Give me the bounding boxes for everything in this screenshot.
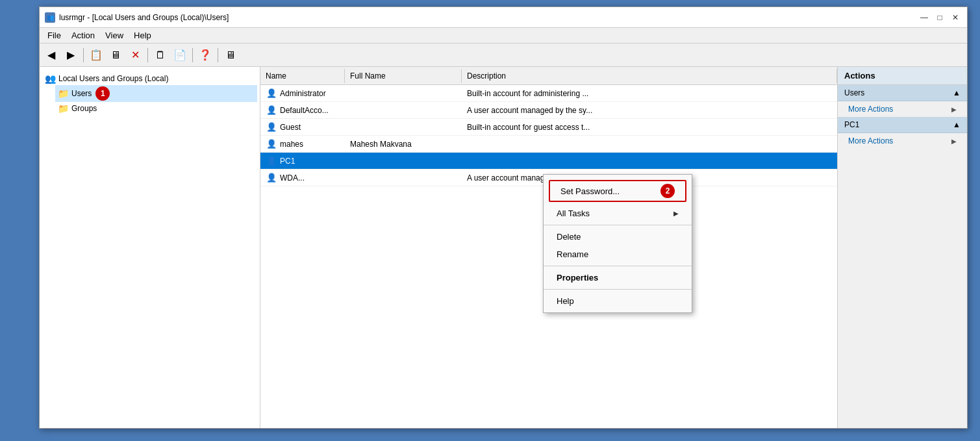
list-item-pc1[interactable]: 👤 PC1	[260, 153, 837, 170]
row-name: Administrator	[280, 89, 326, 98]
row-desc: Built-in account for administering ...	[462, 88, 837, 99]
users-folder-icon: 📁	[58, 88, 69, 99]
col-header-description[interactable]: Description	[462, 69, 837, 83]
center-panel: Name Full Name Description 👤 Administrat…	[260, 67, 837, 428]
toolbar-btn-notes[interactable]: 🗒	[151, 46, 170, 64]
toolbar-btn-folder[interactable]: 📋	[87, 46, 105, 64]
toolbar-btn-monitor2[interactable]: 🖥	[221, 46, 240, 64]
action-section-users-label: Users	[844, 88, 864, 97]
action-more-actions-pc1[interactable]: More Actions ▶	[838, 133, 967, 149]
row-name: PC1	[280, 157, 295, 166]
ctx-rename[interactable]: Rename	[544, 246, 692, 263]
row-fullname	[345, 177, 462, 179]
toolbar-sep-2	[147, 48, 148, 62]
main-window: 👥 lusrmgr - [Local Users and Groups (Loc…	[39, 6, 968, 429]
ctx-all-tasks-label: All Tasks	[557, 208, 590, 218]
main-area: 👥 Local Users and Groups (Local) 📁 Users…	[40, 67, 967, 428]
list-item[interactable]: 👤 mahes Mahesh Makvana	[260, 136, 837, 153]
groups-folder-icon: 📁	[58, 103, 69, 114]
menu-view[interactable]: View	[100, 29, 129, 42]
set-password-label: Set Password...	[560, 186, 620, 196]
toolbar-btn-doc[interactable]: 📄	[171, 46, 189, 64]
left-panel: 👥 Local Users and Groups (Local) 📁 Users…	[40, 67, 260, 428]
user-icon: 👤	[266, 121, 277, 133]
action-more-actions-users[interactable]: More Actions ▶	[838, 101, 967, 117]
list-header: Name Full Name Description	[260, 67, 837, 85]
title-bar: 👥 lusrmgr - [Local Users and Groups (Loc…	[40, 7, 967, 28]
menu-file[interactable]: File	[42, 29, 66, 42]
window-title: lusrmgr - [Local Users and Groups (Local…	[59, 13, 918, 22]
row-name: mahes	[280, 140, 303, 149]
user-icon: 👤	[266, 172, 277, 184]
tree-children: 📁 Users 1 📁 Groups	[42, 85, 257, 115]
row-desc	[462, 160, 837, 162]
user-icon: 👤	[266, 88, 277, 99]
more-actions-pc1-label: More Actions	[848, 136, 893, 145]
ctx-rename-label: Rename	[557, 249, 588, 259]
step-1-badge: 1	[95, 86, 110, 101]
ctx-properties[interactable]: Properties	[544, 269, 692, 286]
tree-item-users[interactable]: 📁 Users 1	[55, 85, 257, 102]
col-header-fullname[interactable]: Full Name	[345, 69, 462, 83]
list-item[interactable]: 👤 DefaultAcco... A user account managed …	[260, 102, 837, 119]
toolbar: ◀ ▶ 📋 🖥 ✕ 🗒 📄 ❓ 🖥	[40, 44, 967, 67]
maximize-button[interactable]: □	[933, 11, 946, 24]
tree-root[interactable]: 👥 Local Users and Groups (Local)	[42, 72, 257, 85]
back-button[interactable]: ◀	[42, 46, 60, 64]
more-actions-pc1-arrow: ▶	[951, 138, 957, 145]
menu-bar: File Action View Help	[40, 28, 967, 44]
root-icon: 👥	[45, 73, 56, 84]
ctx-delete[interactable]: Delete	[544, 228, 692, 246]
row-desc	[462, 143, 837, 145]
users-label: Users	[71, 89, 92, 98]
forward-button[interactable]: ▶	[62, 46, 80, 64]
row-name: Guest	[280, 123, 301, 132]
ctx-arrow: ▶	[673, 210, 679, 217]
window-controls: — □ ✕	[918, 11, 962, 24]
row-name: WDA...	[280, 173, 305, 183]
ctx-all-tasks[interactable]: All Tasks ▶	[544, 205, 692, 222]
row-fullname	[345, 92, 462, 95]
row-fullname	[345, 160, 462, 162]
list-item[interactable]: 👤 Administrator Built-in account for adm…	[260, 85, 837, 102]
app-icon-glyph: 👥	[47, 14, 54, 21]
action-section-pc1[interactable]: PC1 ▲	[838, 117, 967, 133]
action-section-users[interactable]: Users ▲	[838, 85, 967, 101]
menu-help[interactable]: Help	[129, 29, 157, 42]
app-icon: 👥	[45, 12, 55, 23]
close-button[interactable]: ✕	[949, 11, 962, 24]
menu-action[interactable]: Action	[66, 29, 100, 42]
user-icon: 👤	[266, 155, 277, 167]
list-item[interactable]: 👤 Guest Built-in account for guest acces…	[260, 119, 837, 136]
more-actions-users-label: More Actions	[848, 105, 893, 114]
row-name: DefaultAcco...	[280, 106, 329, 115]
tree-item-groups[interactable]: 📁 Groups	[55, 102, 257, 115]
action-section-pc1-label: PC1	[844, 120, 859, 129]
user-icon: 👤	[266, 105, 277, 116]
toolbar-btn-help[interactable]: ❓	[196, 46, 214, 64]
minimize-button[interactable]: —	[918, 11, 931, 24]
row-fullname: Mahesh Makvana	[345, 138, 462, 150]
toolbar-btn-monitor[interactable]: 🖥	[107, 46, 125, 64]
toolbar-sep-4	[218, 48, 218, 62]
actions-header: Actions	[838, 67, 967, 85]
row-fullname	[345, 126, 462, 129]
ctx-help-label: Help	[557, 296, 574, 306]
ctx-sep-1	[544, 225, 692, 225]
ctx-help[interactable]: Help	[544, 292, 692, 310]
row-desc: Built-in account for guest access t...	[462, 121, 837, 133]
ctx-set-password-wrapper: Set Password... 2	[544, 177, 692, 205]
col-header-name[interactable]: Name	[260, 69, 345, 83]
ctx-properties-label: Properties	[557, 273, 598, 283]
row-fullname	[345, 109, 462, 112]
toolbar-btn-delete[interactable]: ✕	[126, 46, 144, 64]
root-label: Local Users and Groups (Local)	[58, 74, 168, 83]
ctx-sep-2	[544, 266, 692, 266]
ctx-set-password[interactable]: Set Password... 2	[549, 180, 686, 202]
user-icon: 👤	[266, 138, 277, 150]
row-desc: A user account managed by the sy...	[462, 105, 837, 116]
users-section-collapse-icon: ▲	[953, 88, 961, 97]
right-panel: Actions Users ▲ More Actions ▶ PC1 ▲ Mor…	[837, 67, 967, 428]
toolbar-sep-3	[192, 48, 193, 62]
groups-label: Groups	[71, 104, 97, 113]
